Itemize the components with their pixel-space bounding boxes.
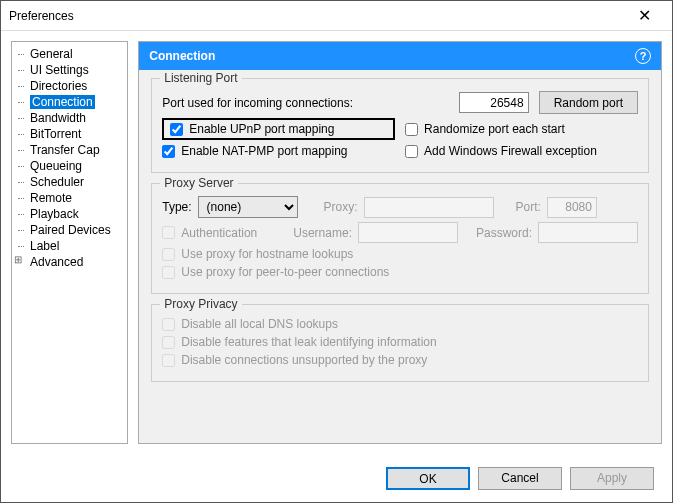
sidebar-item-advanced[interactable]: Advanced bbox=[12, 254, 127, 270]
help-icon[interactable]: ? bbox=[635, 48, 651, 64]
titlebar: Preferences ✕ bbox=[1, 1, 672, 31]
password-input bbox=[538, 222, 638, 243]
close-icon[interactable]: ✕ bbox=[624, 6, 664, 25]
port-input[interactable] bbox=[459, 92, 529, 113]
sidebar-item-transfer-cap[interactable]: Transfer Cap bbox=[12, 142, 127, 158]
sidebar-item-remote[interactable]: Remote bbox=[12, 190, 127, 206]
sidebar-item-playback[interactable]: Playback bbox=[12, 206, 127, 222]
random-port-button[interactable]: Random port bbox=[539, 91, 638, 114]
listening-port-group: Listening Port Port used for incoming co… bbox=[151, 78, 649, 173]
proxy-server-title: Proxy Server bbox=[160, 176, 237, 190]
sidebar-item-ui-settings[interactable]: UI Settings bbox=[12, 62, 127, 78]
footer: OK Cancel Apply bbox=[1, 454, 672, 502]
sidebar-item-connection[interactable]: Connection bbox=[12, 94, 127, 110]
listening-port-title: Listening Port bbox=[160, 71, 241, 85]
cancel-button[interactable]: Cancel bbox=[478, 467, 562, 490]
panel-body: Listening Port Port used for incoming co… bbox=[139, 70, 661, 443]
sidebar: General UI Settings Directories Connecti… bbox=[11, 41, 128, 444]
auth-checkbox: Authentication bbox=[162, 226, 257, 240]
sidebar-item-bandwidth[interactable]: Bandwidth bbox=[12, 110, 127, 126]
natpmp-checkbox[interactable]: Enable NAT-PMP port mapping bbox=[162, 144, 395, 158]
sidebar-item-directories[interactable]: Directories bbox=[12, 78, 127, 94]
disable-dns-checkbox: Disable all local DNS lookups bbox=[162, 317, 338, 331]
disable-unsupported-checkbox: Disable connections unsupported by the p… bbox=[162, 353, 427, 367]
proxy-type-select[interactable]: (none) bbox=[198, 196, 298, 218]
username-input bbox=[358, 222, 458, 243]
main-panel: Connection ? Listening Port Port used fo… bbox=[138, 41, 662, 444]
proxy-port-label: Port: bbox=[516, 200, 541, 214]
proxy-port-input bbox=[547, 197, 597, 218]
port-label: Port used for incoming connections: bbox=[162, 96, 353, 110]
window-title: Preferences bbox=[9, 9, 624, 23]
proxy-privacy-title: Proxy Privacy bbox=[160, 297, 241, 311]
content: General UI Settings Directories Connecti… bbox=[1, 31, 672, 454]
proxy-host-label: Proxy: bbox=[324, 200, 358, 214]
upnp-checkbox[interactable]: Enable UPnP port mapping bbox=[170, 122, 334, 136]
randomize-checkbox[interactable]: Randomize port each start bbox=[405, 122, 638, 136]
hostname-lookup-checkbox: Use proxy for hostname lookups bbox=[162, 247, 353, 261]
username-label: Username: bbox=[293, 226, 352, 240]
firewall-checkbox[interactable]: Add Windows Firewall exception bbox=[405, 144, 638, 158]
sidebar-item-scheduler[interactable]: Scheduler bbox=[12, 174, 127, 190]
proxy-server-group: Proxy Server Type: (none) Proxy: Port: A… bbox=[151, 183, 649, 294]
panel-header: Connection ? bbox=[139, 42, 661, 70]
p2p-proxy-checkbox: Use proxy for peer-to-peer connections bbox=[162, 265, 389, 279]
disable-leak-checkbox: Disable features that leak identifying i… bbox=[162, 335, 436, 349]
sidebar-item-paired-devices[interactable]: Paired Devices bbox=[12, 222, 127, 238]
proxy-type-label: Type: bbox=[162, 200, 191, 214]
password-label: Password: bbox=[476, 226, 532, 240]
ok-button[interactable]: OK bbox=[386, 467, 470, 490]
sidebar-item-general[interactable]: General bbox=[12, 46, 127, 62]
sidebar-item-label[interactable]: Label bbox=[12, 238, 127, 254]
proxy-privacy-group: Proxy Privacy Disable all local DNS look… bbox=[151, 304, 649, 382]
panel-title: Connection bbox=[149, 49, 215, 63]
proxy-host-input bbox=[364, 197, 494, 218]
sidebar-item-bittorrent[interactable]: BitTorrent bbox=[12, 126, 127, 142]
sidebar-item-queueing[interactable]: Queueing bbox=[12, 158, 127, 174]
apply-button[interactable]: Apply bbox=[570, 467, 654, 490]
